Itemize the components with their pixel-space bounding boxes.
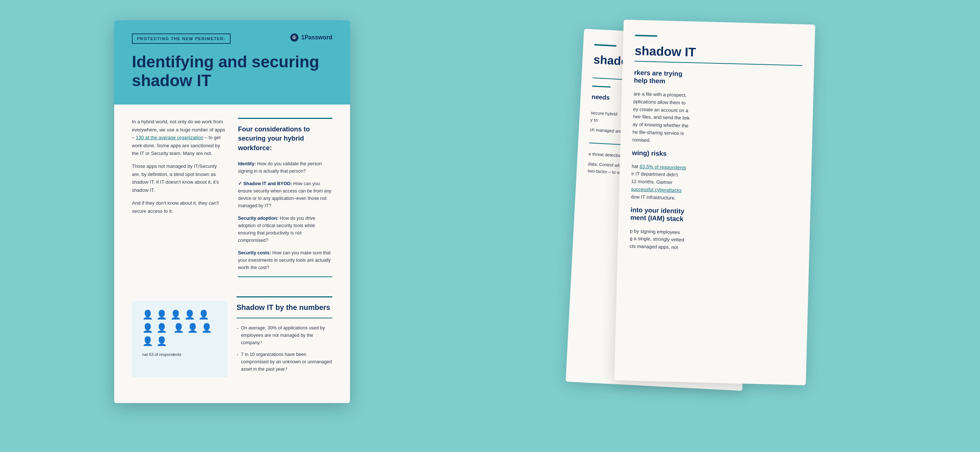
left-p2: Those apps not managed by IT/Security ar… (132, 162, 226, 194)
person-icon-2: 👤 (156, 309, 167, 320)
title-line2: shadow IT (132, 71, 211, 89)
person-icon-9: 👤 (187, 323, 198, 333)
tag-label: PROTECTING THE NEW PERIMETER: (132, 33, 231, 44)
page-main: PROTECTING THE NEW PERIMETER: ① 1Passwor… (114, 20, 350, 403)
logo-area: ① 1Password (290, 33, 332, 41)
consideration-4: Security costs: How can you make sure th… (238, 249, 332, 271)
numbers-list: On average, 30% of applications used by … (237, 324, 332, 373)
person-icon-7: 👤 (156, 323, 167, 333)
onepassword-icon: ① (290, 33, 298, 41)
logo-text: 1Password (301, 34, 332, 41)
mid-section-iam: into your identityment (IAM) stack p by … (630, 206, 799, 255)
right-column: Four considerations to securing your hyb… (238, 118, 332, 284)
stat-box: 👤 👤 👤 👤 👤 👤 👤 👤 👤 👤 👤 👤 (132, 301, 228, 377)
page-title: Identifying and securing shadow IT (132, 52, 332, 90)
mid-section-workers: rkers are tryinghelp them are a file wit… (632, 69, 802, 148)
consideration-2: ✓ Shadow IT and BYOD: How can you ensure… (238, 180, 332, 209)
bottom-grid: 👤 👤 👤 👤 👤 👤 👤 👤 👤 👤 👤 👤 (132, 296, 332, 377)
consideration-1: Identity: How do you validate the person… (238, 160, 332, 175)
person-icon-5: 👤 (198, 309, 209, 320)
scene: shadow IT needs secure hybridy to: ch ma… (0, 0, 980, 452)
accent-line-mid (635, 35, 657, 37)
mid-heading-workers: rkers are tryinghelp them (634, 69, 802, 89)
person-icon-3: 👤 (170, 309, 181, 320)
mid-stat-text: hat 63.5% of respondents ir IT departmen… (631, 163, 800, 205)
mid-p-iam: p by signing employeesg a single, strong… (630, 227, 798, 255)
stat-icons: 👤 👤 👤 👤 👤 👤 👤 👤 👤 👤 👤 👤 (142, 309, 217, 346)
numbers-divider (237, 318, 332, 319)
considerations-heading: Four considerations to securing your hyb… (238, 125, 332, 153)
stat-label: nat 63 of respondents (142, 352, 217, 357)
mid-heading-risks: wing) risks (632, 149, 800, 161)
person-icon-1: 👤 (142, 309, 153, 320)
numbers-heading: Shadow IT by the numbers (237, 303, 332, 312)
col-right-divider (238, 276, 332, 277)
numbers-item-2: 7 in 10 organizations have been compromi… (237, 351, 332, 373)
person-icon-12: 👤 (156, 336, 167, 346)
left-column: In a hybrid world, not only do we work f… (132, 118, 226, 284)
title-line1: Identifying and securing (132, 52, 320, 71)
consideration-3: Security adoption: How do you drive adop… (238, 214, 332, 244)
mid-title: shadow IT (635, 43, 803, 62)
mid-p-workers: are a file with a prospect,pplications a… (632, 90, 802, 148)
numbers-item-1: On average, 30% of applications used by … (237, 324, 332, 346)
numbers-section: Shadow IT by the numbers On average, 30%… (237, 296, 332, 377)
person-icon-4: 👤 (184, 309, 195, 320)
mid-section-risks: wing) risks hat 63.5% of respondents ir … (631, 149, 800, 205)
mid-stat-link[interactable]: 63.5% of respondents (640, 163, 686, 170)
left-p3: And if they don't know about it, they ca… (132, 199, 226, 215)
accent-line-back (594, 44, 616, 47)
left-p1: In a hybrid world, not only do we work f… (132, 118, 226, 157)
header-top: PROTECTING THE NEW PERIMETER: ① 1Passwor… (132, 33, 332, 44)
mid-cyberattacks-link[interactable]: successful cyberattacks (631, 186, 682, 193)
person-icon-11: 👤 (142, 336, 153, 346)
two-col-layout: In a hybrid world, not only do we work f… (132, 118, 332, 284)
mid-heading-iam: into your identityment (IAM) stack (630, 206, 799, 226)
page-header: PROTECTING THE NEW PERIMETER: ① 1Passwor… (114, 20, 350, 105)
avg-org-link[interactable]: 130 at the average organization (136, 135, 204, 140)
back-accent-small (592, 86, 611, 87)
person-icon-8: 👤 (173, 323, 184, 333)
page-body: In a hybrid world, not only do we work f… (114, 105, 350, 390)
considerations-list: Identity: How do you validate the person… (238, 160, 332, 271)
person-icon-6: 👤 (142, 323, 153, 333)
page-mid: shadow IT rkers are tryinghelp them are … (614, 19, 815, 385)
person-icon-10: 👤 (201, 323, 212, 333)
